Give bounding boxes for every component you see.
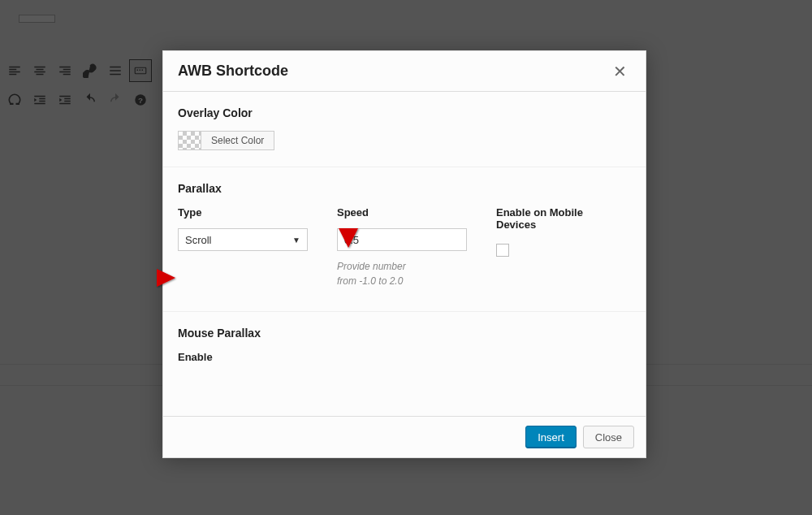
awb-shortcode-modal: AWB Shortcode ✕ Overlay Color Select Col… xyxy=(162,50,646,458)
insert-button[interactable]: Insert xyxy=(525,426,577,448)
color-picker-row: Select Color xyxy=(178,131,631,150)
chevron-down-icon: ▼ xyxy=(292,236,300,245)
annotation-arrow-icon xyxy=(335,175,362,249)
speed-help: Provide number from -1.0 to 2.0 xyxy=(337,259,472,288)
enable-label: Enable xyxy=(178,351,631,363)
svg-marker-9 xyxy=(339,228,358,248)
close-button[interactable]: Close xyxy=(583,426,634,448)
parallax-mobile-col: Enable on Mobile Devices xyxy=(496,206,631,288)
mouse-parallax-title: Mouse Parallax xyxy=(178,327,631,340)
type-select-value: Scroll xyxy=(185,234,212,246)
modal-body[interactable]: Overlay Color Select Color Parallax Type… xyxy=(163,92,646,416)
modal-body-wrap: Overlay Color Select Color Parallax Type… xyxy=(163,92,646,417)
close-icon[interactable]: ✕ xyxy=(608,60,631,83)
overlay-color-section: Overlay Color Select Color xyxy=(163,92,646,167)
mobile-label: Enable on Mobile Devices xyxy=(496,206,631,231)
parallax-section: Parallax Type Scroll ▼ Speed Provide num xyxy=(163,167,646,312)
mobile-checkbox[interactable] xyxy=(496,244,509,257)
modal-footer: Insert Close xyxy=(163,417,646,457)
modal-title: AWB Shortcode xyxy=(178,63,288,80)
mouse-parallax-section: Mouse Parallax Enable xyxy=(163,312,646,379)
parallax-title: Parallax xyxy=(178,182,631,195)
modal-header: AWB Shortcode ✕ xyxy=(163,51,646,92)
overlay-color-title: Overlay Color xyxy=(178,106,631,119)
select-color-button[interactable]: Select Color xyxy=(201,131,274,150)
annotation-arrow-icon xyxy=(96,266,177,290)
parallax-type-col: Type Scroll ▼ xyxy=(178,206,313,288)
type-select[interactable]: Scroll ▼ xyxy=(178,228,308,251)
transparency-swatch-icon[interactable] xyxy=(178,131,201,150)
type-label: Type xyxy=(178,206,313,219)
svg-marker-7 xyxy=(157,269,175,287)
